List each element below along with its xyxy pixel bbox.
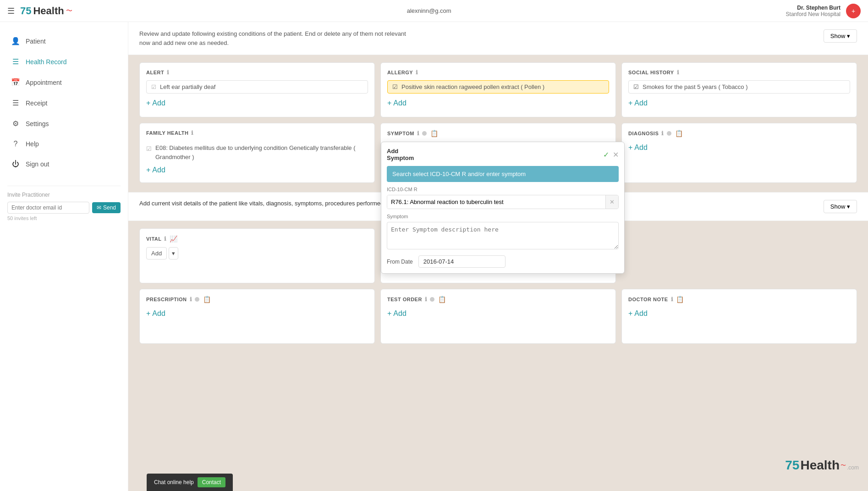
diagnosis-card-title: DIAGNOSIS ℹ 📋: [628, 130, 850, 137]
doctor-avatar: +: [846, 4, 861, 18]
section1-show-button[interactable]: Show ▾: [824, 29, 857, 43]
symptom-info-icon: ℹ: [417, 130, 420, 137]
topnav-left: ☰ 75Health〜: [7, 5, 72, 17]
icd-input-container: ✕: [387, 195, 619, 209]
sidebar-item-receipt[interactable]: ☰ Receipt: [0, 93, 128, 113]
popup-confirm-icon[interactable]: ✓: [603, 150, 609, 159]
allergy-item-text: Positive skin reaction ragweed pollen ex…: [401, 83, 544, 90]
doctor-note-add-button[interactable]: + Add: [628, 308, 648, 320]
logo-wave-icon: 〜: [66, 7, 72, 15]
test-order-card: TEST ORDER ℹ 📋 + Add: [380, 289, 616, 344]
invite-label: Invite Practitioner: [7, 192, 121, 198]
symptom-card: SYMPTOM ℹ 📋 Add Symptom ✓: [380, 123, 616, 183]
doctor-name: Dr. Stephen Burt: [786, 5, 841, 11]
sidebar-item-settings[interactable]: ⚙ Settings: [0, 114, 128, 133]
diagnosis-add-button[interactable]: + Add: [628, 142, 648, 154]
family-health-title-text: FAMILY HEALTH: [146, 130, 188, 136]
social-history-card: SOCIAL HISTORY ℹ ☑ Smokes for the past 5…: [621, 62, 857, 117]
icd-label: ICD-10-CM R: [387, 187, 619, 192]
alert-title-text: ALERT: [146, 70, 164, 75]
family-health-card: FAMILY HEALTH ℹ ☑ E08: Diabetes mellitus…: [139, 123, 375, 183]
empty-col: [621, 228, 857, 283]
allergy-title-text: ALLERGY: [387, 70, 413, 75]
sidebar-label-settings: Settings: [26, 120, 49, 127]
invite-section: Invite Practitioner ✉ Send 50 invites le…: [7, 186, 121, 221]
invite-email-input[interactable]: [7, 202, 89, 214]
sign-out-icon: ⏻: [11, 160, 20, 168]
watermark-75: 75: [785, 458, 799, 473]
chat-bar: Chat online help Contact: [147, 474, 233, 491]
from-date-input[interactable]: [418, 255, 505, 268]
allergy-add-icon: +: [387, 99, 391, 107]
watermark-dotcom: .com: [847, 464, 859, 471]
alert-add-icon: +: [146, 99, 150, 107]
symptom-dot-icon: [422, 131, 427, 136]
family-add-label: Add: [152, 166, 165, 174]
sidebar-item-appointment[interactable]: 📅 Appointment: [0, 72, 128, 92]
test-order-add-icon: +: [387, 309, 391, 318]
hamburger-icon[interactable]: ☰: [7, 6, 15, 16]
doctor-note-calendar-icon: 📋: [676, 296, 684, 303]
sidebar-label-patient: Patient: [26, 38, 46, 45]
social-add-label: Add: [634, 99, 647, 107]
contact-button[interactable]: Contact: [198, 477, 225, 487]
send-button[interactable]: ✉ Send: [92, 202, 121, 213]
test-order-dot-icon: [430, 297, 434, 302]
allergy-info-icon: ℹ: [416, 69, 418, 76]
sidebar-item-health-record[interactable]: ☰ Health Record: [0, 52, 128, 72]
health-record-icon: ☰: [11, 57, 20, 66]
family-add-icon: +: [146, 166, 150, 174]
alert-add-button[interactable]: + Add: [146, 97, 165, 109]
sidebar-item-patient[interactable]: 👤 Patient: [0, 31, 128, 51]
popup-search-box: Search select ICD-10-CM R and/or enter s…: [387, 166, 619, 182]
icd-clear-icon[interactable]: ✕: [605, 195, 618, 209]
alert-check-icon: ☑: [151, 84, 156, 90]
allergy-check-icon: ☑: [392, 83, 398, 90]
prescription-info-icon: ℹ: [190, 296, 192, 303]
social-history-add-button[interactable]: + Add: [628, 97, 648, 109]
appointment-icon: 📅: [11, 78, 20, 87]
symptom-calendar-icon: 📋: [430, 130, 439, 137]
test-order-add-button[interactable]: + Add: [387, 308, 407, 320]
family-health-item-text: E08: Diabetes mellitus due to underlying…: [155, 143, 368, 161]
test-order-calendar-icon: 📋: [438, 296, 446, 303]
social-history-card-title: SOCIAL HISTORY ℹ: [628, 69, 850, 76]
vital-add-row: Add ▾: [146, 247, 368, 259]
section1-description: Review and update following existing con…: [139, 29, 414, 47]
cards-grid-1: ALERT ℹ ☑ Left ear partially deaf + Add …: [128, 55, 868, 190]
doctor-note-add-label: Add: [634, 309, 647, 318]
vital-card: VITAL ℹ 📈 Add ▾: [139, 228, 375, 283]
social-history-title-text: SOCIAL HISTORY: [628, 70, 674, 75]
icd-input[interactable]: [387, 195, 605, 209]
family-health-add-button[interactable]: + Add: [146, 164, 165, 176]
family-check-icon: ☑: [146, 144, 152, 154]
family-health-info-icon: ℹ: [191, 130, 194, 136]
vital-dropdown-button[interactable]: ▾: [169, 247, 178, 259]
sidebar-item-help[interactable]: ? Help: [0, 134, 128, 154]
sidebar-item-sign-out[interactable]: ⏻ Sign out: [0, 154, 128, 174]
vital-add-button[interactable]: Add: [146, 247, 167, 259]
symptom-card-title: SYMPTOM ℹ 📋: [387, 130, 609, 137]
logo: 75Health〜: [20, 5, 72, 17]
diagnosis-dot-icon: [667, 131, 671, 136]
sidebar-label-sign-out: Sign out: [26, 160, 49, 168]
test-order-card-icons: 📋: [430, 296, 446, 303]
test-order-add-label: Add: [393, 309, 406, 318]
section1-header: Review and update following existing con…: [128, 22, 868, 55]
prescription-add-button[interactable]: + Add: [146, 308, 165, 320]
diagnosis-card-icons: 📋: [667, 130, 683, 137]
social-history-info-icon: ℹ: [677, 69, 680, 76]
prescription-calendar-icon: 📋: [203, 296, 211, 303]
section2-show-button[interactable]: Show ▾: [824, 200, 857, 213]
from-date-row: From Date: [387, 255, 619, 268]
symptom-description-input[interactable]: [387, 222, 619, 249]
invites-left: 50 invites left: [7, 215, 121, 221]
social-check-icon: ☑: [633, 83, 639, 90]
doctor-hospital: Stanford New Hospital: [786, 11, 841, 17]
vital-card-title: VITAL ℹ 📈: [146, 235, 368, 243]
popup-close-icon[interactable]: ✕: [613, 150, 619, 159]
allergy-add-button[interactable]: + Add: [387, 97, 407, 109]
prescription-title-text: PRESCRIPTION: [146, 297, 187, 302]
topnav: ☰ 75Health〜 alexninn@g.com Dr. Stephen B…: [0, 0, 868, 22]
alert-item-text: Left ear partially deaf: [160, 83, 215, 90]
